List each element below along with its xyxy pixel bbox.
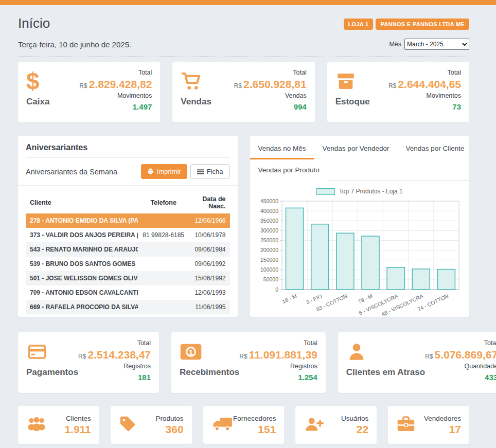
bar [286, 208, 303, 290]
cell-nascimento: 12/06/1993 [189, 285, 229, 300]
card-clientes[interactable]: Clientes 1.911 [18, 406, 99, 444]
card-estoque[interactable]: Estoque Total R$2.644.404,65 Movimentos … [327, 62, 469, 122]
bar [412, 269, 430, 290]
count-card-value: 22 [341, 423, 368, 436]
table-header-row: Cliente Telefone Data de Nasc. [26, 192, 230, 213]
bar [336, 233, 354, 290]
bottom-stat-cards: Pagamentos Total R$2.514.238,47 Registro… [18, 332, 469, 393]
table-row[interactable]: 501 - JOSE WELISSON GOMES OLIVEIR...15/0… [26, 271, 230, 285]
cell-cliente: 669 - RAFAELA PROCOPIO DA SILVA CA... [26, 300, 138, 314]
count-value: 433 [425, 371, 496, 383]
tab-vendas-por-vendedor[interactable]: Vendas por Vendedor [314, 138, 398, 159]
birthdays-table-body: 278 - ANTONIO EMIDIO DA SILVA (PALE...12… [26, 213, 230, 317]
user-plus-icon [304, 415, 324, 435]
users-icon [26, 416, 47, 434]
panel-divider [18, 185, 238, 186]
x-tick-label: 79 - M [357, 293, 374, 304]
table-row[interactable]: 278 - ANTONIO EMIDIO DA SILVA (PALE...12… [26, 213, 230, 228]
cell-cliente: 539 - BRUNO DOS SANTOS GOMES [26, 257, 138, 271]
count-label: Vendas [234, 91, 307, 101]
printer-icon [147, 168, 154, 175]
store-badge[interactable]: LOJA 1 [344, 19, 374, 30]
table-row[interactable]: 709 - ANTONIO EDSON CAVALCANTE D...12/06… [26, 285, 230, 300]
table-row[interactable]: 539 - BRUNO DOS SANTOS GOMES09/06/1992 [26, 257, 230, 271]
month-selector: Mês March - 2025 [389, 39, 469, 50]
total-label: Total [78, 338, 151, 348]
total-label: Total [79, 68, 152, 78]
card-usuarios[interactable]: Usuários 22 [295, 406, 377, 444]
sales-tabs-row2: Vendas por Produto [250, 159, 470, 181]
card-clientes-atraso[interactable]: Clientes em Atraso Total R$5.076.869,67 … [338, 332, 496, 393]
page-title: Início [18, 15, 50, 31]
count-card-label: Clientes [64, 415, 91, 422]
month-label: Mês [389, 41, 401, 48]
total-value: R$2.644.404,65 [388, 78, 461, 91]
user-icon [346, 338, 425, 365]
card-title: Vendas [181, 97, 211, 107]
count-card-label: Fornecedores [233, 415, 276, 422]
col-cliente: Cliente [26, 192, 138, 213]
card-caixa-right: Total R$2.829.428,82 Movimentos 1.497 [79, 68, 152, 116]
x-tick-label: 16 - M [281, 293, 297, 304]
card-vendedores-right: Vendedores 17 [424, 415, 461, 436]
table-row[interactable]: 669 - RAFAELA PROCOPIO DA SILVA CA...11/… [26, 300, 230, 314]
sales-panel: Vendas no Mês Vendas por Vendedor Vendas… [250, 136, 470, 317]
count-card-label: Usuários [341, 415, 368, 422]
count-card-value: 1.911 [64, 423, 91, 436]
birthdays-panel: Aniversariantes Aniversariantes da Seman… [18, 136, 238, 317]
total-label: Total [425, 338, 496, 348]
count-card-label: Vendedores [424, 415, 461, 422]
tab-vendas-por-produto[interactable]: Vendas por Produto [250, 159, 328, 181]
cell-cliente: 709 - ANTONIO EDSON CAVALCANTE D... [26, 285, 138, 300]
card-pagamentos[interactable]: Pagamentos Total R$2.514.238,47 Registro… [18, 332, 159, 393]
month-select[interactable]: March - 2025 [404, 39, 469, 50]
cell-cliente: 309 - ANA SEVERINA PAES DA SILVA [26, 314, 138, 317]
card-clientes-atraso-left: Clientes em Atraso [346, 338, 425, 387]
table-row[interactable]: 373 - VALDIR DOS ANJOS PEREIRA (AN...81 … [26, 228, 230, 242]
card-caixa-left: $ Caixa [26, 68, 49, 116]
card-title: Pagamentos [26, 367, 78, 378]
total-value: R$2.829.428,82 [79, 78, 152, 91]
card-produtos[interactable]: Produtos 360 [111, 406, 192, 444]
tag-icon [119, 415, 136, 435]
count-label: Registros [239, 362, 317, 371]
count-value: 1.497 [79, 101, 152, 113]
tab-vendas-no-mes[interactable]: Vendas no Mês [250, 138, 314, 159]
card-vendas[interactable]: Vendas Total R$2.650.928,81 Vendas 994 [172, 62, 314, 122]
count-label: Movimentos [79, 91, 152, 101]
col-telefone: Telefone [138, 192, 189, 213]
chart-legend[interactable]: Top 7 Produtos - Loja 1 [316, 188, 403, 195]
card-vendedores[interactable]: Vendedores 17 [388, 406, 469, 444]
top-stat-cards: $ Caixa Total R$2.829.428,82 Movimentos … [18, 62, 469, 122]
print-button[interactable]: Imprimir [141, 164, 187, 179]
total-label: Total [239, 338, 317, 348]
count-value: 1.254 [239, 371, 317, 383]
truck-icon [211, 416, 233, 434]
y-tick-label: 0 [275, 286, 278, 293]
total-value: R$5.076.869,67 [425, 348, 496, 361]
card-caixa[interactable]: $ Caixa Total R$2.829.428,82 Movimentos … [18, 62, 160, 122]
ficha-button[interactable]: Ficha [190, 164, 230, 179]
card-estoque-left: Estoque [335, 68, 370, 116]
card-fornecedores[interactable]: Fornecedores 151 [203, 406, 285, 444]
cell-telefone [138, 285, 189, 300]
cell-telefone [138, 271, 189, 285]
card-recebimentos[interactable]: 1 Recebimentos Total R$11.091.881,39 Reg… [171, 332, 326, 393]
ficha-button-label: Ficha [207, 168, 223, 175]
birthdays-subtitle: Aniversariantes da Semana [26, 168, 117, 176]
table-row[interactable]: 309 - ANA SEVERINA PAES DA SILVA81 99671… [26, 314, 230, 317]
cell-telefone [138, 242, 189, 257]
company-badge[interactable]: PANNOS E PANNOS LTDA ME [376, 19, 469, 30]
table-row[interactable]: 543 - RENATO MARINHO DE ARAUJO (F...09/0… [26, 242, 230, 257]
current-date: Terça-feira, 10 de junho de 2025. [18, 40, 131, 49]
birthdays-table: Cliente Telefone Data de Nasc. 278 - ANT… [26, 192, 230, 317]
print-button-label: Imprimir [157, 168, 181, 175]
card-usuarios-right: Usuários 22 [341, 415, 368, 436]
count-label: Registros [78, 362, 151, 371]
y-tick-label: 350000 [260, 218, 278, 224]
cell-cliente: 373 - VALDIR DOS ANJOS PEREIRA (AN... [26, 228, 138, 242]
cell-nascimento: 12/06/1966 [189, 213, 229, 228]
card-title: Clientes em Atraso [346, 367, 425, 378]
tab-vendas-por-cliente[interactable]: Vendas por Cliente [397, 138, 469, 159]
card-recebimentos-left: 1 Recebimentos [180, 338, 239, 387]
